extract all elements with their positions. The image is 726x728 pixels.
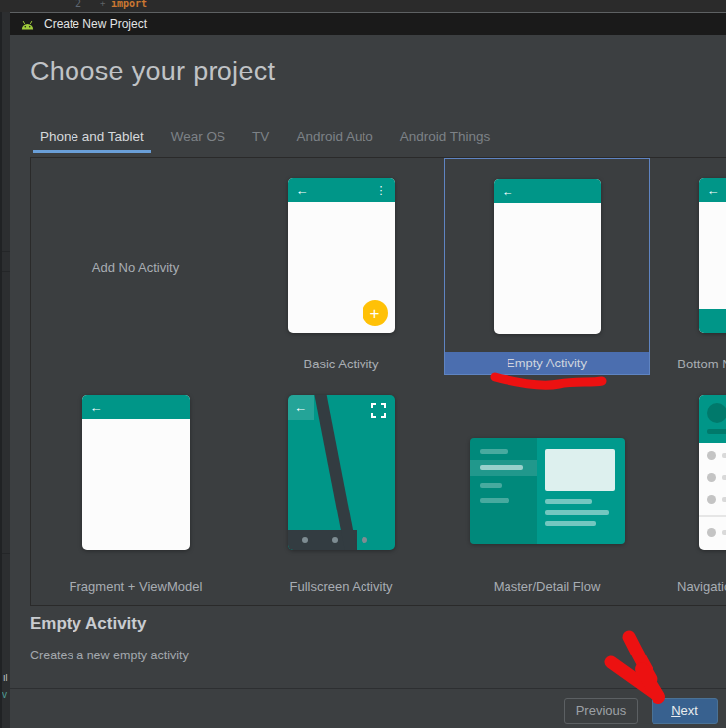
tab-android-auto[interactable]: Android Auto <box>289 124 379 154</box>
fullscreen-icon <box>371 403 386 418</box>
bottom-nav-bar <box>699 309 726 333</box>
template-label: Add No Activity <box>33 260 238 275</box>
footer-divider <box>10 688 726 689</box>
template-bottom-navigation-activity[interactable]: ← Bottom Navigation Activity <box>650 158 726 375</box>
nav-dot <box>302 537 308 543</box>
overflow-menu-icon: ⋮ <box>376 185 387 196</box>
appbar: ← ⋮ <box>288 178 395 202</box>
template-master-detail-flow[interactable]: Master/Detail Flow <box>444 375 650 606</box>
template-label: Fragment + ViewModel <box>33 579 238 594</box>
back-arrow-icon: ← <box>90 401 103 414</box>
template-fragment-viewmodel[interactable]: ← Fragment + ViewModel <box>33 375 238 606</box>
create-new-project-dialog: Create New Project Choose your project P… <box>10 12 726 728</box>
template-label: Empty Activity <box>445 356 649 370</box>
android-icon <box>20 18 35 31</box>
template-navigation-drawer-activity[interactable]: Navigation Drawer Activity <box>650 375 726 606</box>
code-fold-icon: + <box>100 0 105 8</box>
template-empty-activity[interactable]: ← Empty Activity <box>444 158 650 375</box>
template-label: Bottom Navigation Activity <box>650 357 726 371</box>
selected-template-description: Creates a new empty activity <box>30 649 189 662</box>
tablet-mockup <box>470 438 625 544</box>
list-line <box>480 483 502 488</box>
header-line <box>707 429 726 434</box>
background-gutter-strip: Il v <box>0 12 10 728</box>
phone-mockup: ← <box>288 395 395 550</box>
template-label: Fullscreen Activity <box>238 579 444 594</box>
template-fullscreen-activity[interactable]: ← Fullscreen Activity <box>238 375 444 606</box>
nav-dot <box>332 537 338 543</box>
next-rest: ext <box>681 703 698 718</box>
editor-keyword: import <box>111 0 147 9</box>
master-list-pane <box>470 438 537 544</box>
drawer-item <box>699 473 726 483</box>
drawer-item <box>699 528 726 538</box>
template-label: Navigation Drawer Activity <box>650 579 726 594</box>
background-editor-strip: 2 + import <box>0 0 726 12</box>
gutter-divider <box>2 271 10 272</box>
drawer-item <box>699 495 726 505</box>
page-title: Choose your project <box>30 57 275 87</box>
gutter-mark: Il <box>3 673 8 683</box>
item-line <box>722 453 726 458</box>
tab-tv[interactable]: TV <box>245 124 276 154</box>
selected-template-bar: Empty Activity <box>445 352 649 374</box>
detail-line <box>545 521 596 526</box>
nav-dot <box>362 537 367 543</box>
template-gallery: Add No Activity ← ⋮ + Basic Activity ← E… <box>30 157 726 606</box>
editor-line-number: 2 <box>75 0 81 9</box>
appbar: ← <box>494 179 601 203</box>
back-arrow-icon: ← <box>707 184 720 197</box>
list-line <box>480 465 523 470</box>
list-line <box>480 498 509 503</box>
item-line <box>722 475 726 480</box>
template-basic-activity[interactable]: ← ⋮ + Basic Activity <box>238 158 444 375</box>
item-icon <box>707 528 716 537</box>
list-line <box>480 449 508 454</box>
phone-mockup: ← <box>494 179 601 334</box>
back-arrow-icon: ← <box>288 395 314 420</box>
form-factor-tabs: Phone and Tablet Wear OS TV Android Auto… <box>33 124 509 154</box>
template-label: Basic Activity <box>238 357 444 371</box>
window-title: Create New Project <box>44 17 147 31</box>
gutter-divider <box>2 553 10 554</box>
appbar: ← <box>82 395 190 419</box>
appbar: ← <box>699 178 726 202</box>
detail-pane <box>537 438 625 544</box>
item-icon <box>707 473 716 482</box>
template-label: Master/Detail Flow <box>444 579 650 594</box>
detail-image-placeholder <box>545 449 615 491</box>
tab-android-things[interactable]: Android Things <box>393 124 498 154</box>
next-button[interactable]: Next <box>652 698 718 724</box>
template-add-no-activity[interactable]: Add No Activity <box>33 158 238 375</box>
item-icon <box>707 495 716 504</box>
gutter-mark: v <box>2 689 7 700</box>
detail-line <box>545 510 609 515</box>
previous-button[interactable]: Previous <box>564 698 638 724</box>
fab-plus-icon: + <box>363 300 388 326</box>
tab-phone-and-tablet[interactable]: Phone and Tablet <box>33 124 151 154</box>
dialog-titlebar: Create New Project <box>10 13 726 35</box>
back-arrow-icon: ← <box>502 185 514 198</box>
item-icon <box>707 451 716 460</box>
drawer-item <box>699 451 726 461</box>
diagonal-stripe <box>311 395 360 550</box>
phone-mockup <box>699 395 726 550</box>
avatar <box>707 403 726 423</box>
drawer-header <box>699 395 726 443</box>
next-mnemonic: N <box>671 703 680 718</box>
selected-template-title: Empty Activity <box>30 614 146 634</box>
phone-mockup: ← ⋮ + <box>288 178 395 333</box>
item-line <box>722 530 726 535</box>
detail-line <box>545 499 592 504</box>
drawer-divider <box>699 515 726 517</box>
item-line <box>722 497 726 502</box>
phone-mockup: ← <box>82 395 190 550</box>
gutter-divider <box>2 251 10 252</box>
back-arrow-icon: ← <box>296 184 309 197</box>
phone-mockup: ← <box>699 178 726 333</box>
tab-wear-os[interactable]: Wear OS <box>164 124 232 154</box>
